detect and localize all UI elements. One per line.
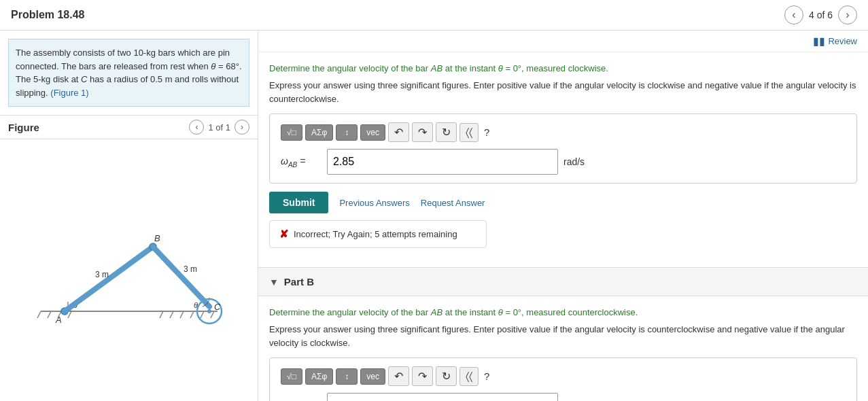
part-b-help-button[interactable]: ? [481, 369, 492, 383]
submit-row: Submit Previous Answers Request Answer [269, 192, 857, 213]
figure-label: Figure [8, 122, 39, 133]
svg-line-7 [180, 311, 184, 318]
part-a-input-label: ωAB = [281, 156, 322, 169]
svg-line-9 [201, 311, 204, 318]
review-icon: ▮▮ [813, 35, 825, 48]
vec-button[interactable]: vec [360, 124, 385, 141]
part-b-keyboard-button[interactable]: 〈〈 [459, 367, 479, 386]
svg-line-4 [68, 311, 71, 318]
svg-line-8 [190, 311, 194, 318]
part-b-greek-button[interactable]: ΑΣφ [305, 368, 333, 385]
part-a-answer-box: √□ ΑΣφ ↕ vec ↶ ↷ ↻ 〈〈 ? ωAB = 2.85 rad/s [269, 114, 857, 184]
svg-line-2 [48, 311, 51, 318]
keyboard-button[interactable]: 〈〈 [459, 123, 479, 142]
part-b-content: Determine the angular velocity of the ba… [258, 296, 868, 401]
part-a-toolbar: √□ ΑΣφ ↕ vec ↶ ↷ ↻ 〈〈 ? [281, 122, 846, 142]
part-b-instruction: Express your answer using three signific… [269, 323, 857, 349]
part-b-arrows-button[interactable]: ↕ [336, 368, 358, 385]
svg-point-22 [207, 309, 211, 313]
svg-text:B: B [154, 233, 160, 243]
part-b-vec-button[interactable]: vec [360, 368, 385, 385]
incorrect-message: Incorrect; Try Again; 5 attempts remaini… [294, 229, 457, 239]
part-b-answer-box: √□ ΑΣφ ↕ vec ↶ ↷ ↻ 〈〈 ? ωBC = rad/s [269, 358, 857, 401]
part-a-input[interactable]: 2.85 [327, 149, 558, 175]
undo-button[interactable]: ↶ [388, 122, 409, 142]
svg-text:3 m: 3 m [184, 264, 197, 274]
pagination-label: 4 of 6 [809, 10, 833, 20]
part-b-sqrt-button[interactable]: √□ [281, 368, 302, 385]
review-link[interactable]: ▮▮ Review [813, 35, 857, 48]
part-b-header[interactable]: ▼ Part B [258, 268, 868, 296]
part-b-question: Determine the angular velocity of the ba… [269, 307, 857, 317]
collapse-arrow-icon: ▼ [269, 277, 279, 287]
prev-page-button[interactable]: ‹ [784, 5, 803, 24]
svg-line-6 [170, 311, 173, 318]
part-b-undo-button[interactable]: ↶ [388, 366, 409, 386]
svg-line-10 [211, 311, 214, 318]
part-b-refresh-button[interactable]: ↻ [436, 366, 457, 386]
svg-text:A: A [55, 315, 62, 325]
svg-text:C: C [214, 302, 221, 312]
redo-button[interactable]: ↷ [412, 122, 433, 142]
problem-text: The assembly consists of two 10-kg bars … [8, 39, 249, 107]
figure-next-button[interactable]: › [235, 120, 249, 135]
part-b-input[interactable] [327, 393, 558, 401]
previous-answers-link[interactable]: Previous Answers [339, 198, 409, 208]
figure-pagination: 1 of 1 [208, 122, 230, 133]
incorrect-box: ✘ Incorrect; Try Again; 5 attempts remai… [269, 220, 487, 248]
arrows-button[interactable]: ↕ [336, 124, 358, 141]
sqrt-button[interactable]: √□ [281, 124, 302, 141]
part-a-question: Determine the angular velocity of the ba… [269, 63, 857, 73]
figure-canvas: A θ 3 m B 3 m [0, 139, 258, 401]
svg-line-18 [153, 247, 209, 307]
svg-text:3 m: 3 m [95, 270, 109, 279]
svg-line-1 [37, 311, 41, 318]
figure-prev-button[interactable]: ‹ [189, 120, 204, 135]
problem-title: Problem 18.48 [11, 9, 85, 21]
greek-button[interactable]: ΑΣφ [305, 124, 333, 141]
part-a-unit: rad/s [563, 156, 585, 167]
help-button[interactable]: ? [481, 125, 492, 139]
request-answer-link[interactable]: Request Answer [421, 198, 485, 208]
part-a-instruction: Express your answer using three signific… [269, 79, 857, 105]
part-b-label: Part B [284, 276, 314, 287]
svg-line-5 [160, 311, 163, 318]
part-b-toolbar: √□ ΑΣφ ↕ vec ↶ ↷ ↻ 〈〈 ? [281, 366, 846, 386]
x-icon: ✘ [279, 228, 288, 241]
figure-svg: A θ 3 m B 3 m [27, 203, 231, 338]
refresh-button[interactable]: ↻ [436, 122, 457, 142]
submit-button[interactable]: Submit [269, 192, 328, 213]
part-b-section: ▼ Part B Determine the angular velocity … [258, 267, 868, 401]
part-b-redo-button[interactable]: ↷ [412, 366, 433, 386]
figure-1-link[interactable]: (Figure 1) [50, 88, 88, 98]
next-page-button[interactable]: › [838, 5, 857, 24]
